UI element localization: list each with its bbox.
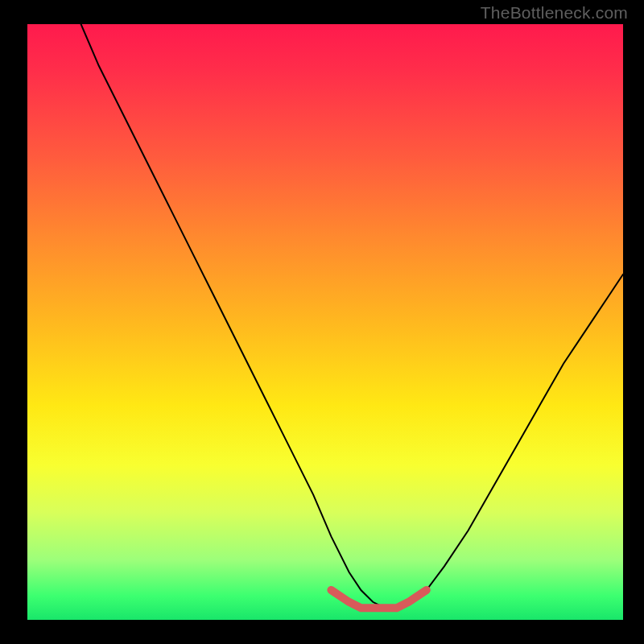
plot-area [27,24,623,620]
watermark-text: TheBottleneck.com [481,3,628,23]
curve-layer [27,24,623,620]
optimal-zone-line [331,590,426,608]
bottleneck-curve-line [81,24,623,608]
chart-frame: TheBottleneck.com [0,0,644,644]
